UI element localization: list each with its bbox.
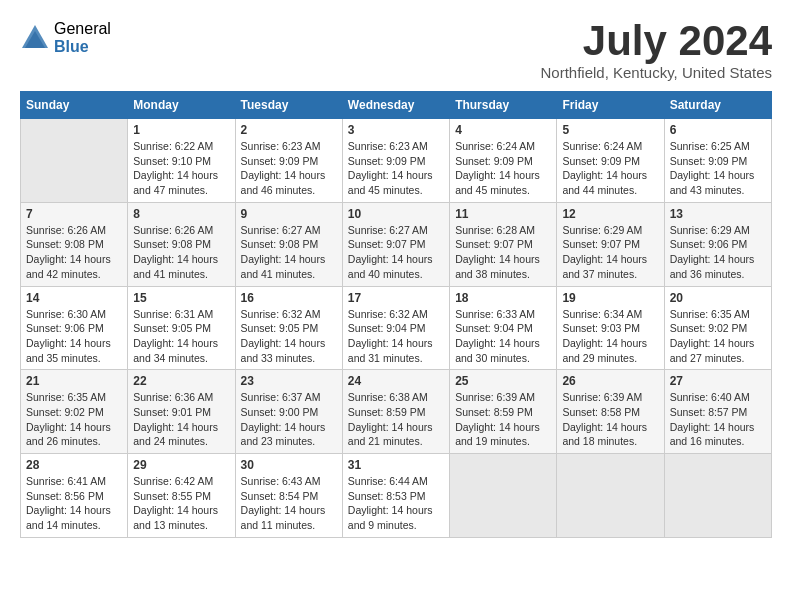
day-number: 15 <box>133 291 229 305</box>
calendar-week-5: 28Sunrise: 6:41 AM Sunset: 8:56 PM Dayli… <box>21 454 772 538</box>
calendar-cell: 29Sunrise: 6:42 AM Sunset: 8:55 PM Dayli… <box>128 454 235 538</box>
calendar-cell: 2Sunrise: 6:23 AM Sunset: 9:09 PM Daylig… <box>235 119 342 203</box>
logo-general: General <box>54 20 111 38</box>
day-number: 25 <box>455 374 551 388</box>
header-day-friday: Friday <box>557 92 664 119</box>
calendar-cell: 18Sunrise: 6:33 AM Sunset: 9:04 PM Dayli… <box>450 286 557 370</box>
day-info: Sunrise: 6:24 AM Sunset: 9:09 PM Dayligh… <box>562 139 658 198</box>
day-number: 24 <box>348 374 444 388</box>
calendar-cell: 24Sunrise: 6:38 AM Sunset: 8:59 PM Dayli… <box>342 370 449 454</box>
day-number: 3 <box>348 123 444 137</box>
header-day-wednesday: Wednesday <box>342 92 449 119</box>
day-number: 29 <box>133 458 229 472</box>
day-number: 30 <box>241 458 337 472</box>
calendar-body: 1Sunrise: 6:22 AM Sunset: 9:10 PM Daylig… <box>21 119 772 538</box>
day-info: Sunrise: 6:28 AM Sunset: 9:07 PM Dayligh… <box>455 223 551 282</box>
calendar-cell <box>557 454 664 538</box>
day-number: 14 <box>26 291 122 305</box>
day-number: 16 <box>241 291 337 305</box>
day-info: Sunrise: 6:24 AM Sunset: 9:09 PM Dayligh… <box>455 139 551 198</box>
day-number: 1 <box>133 123 229 137</box>
calendar-cell: 21Sunrise: 6:35 AM Sunset: 9:02 PM Dayli… <box>21 370 128 454</box>
calendar-week-1: 1Sunrise: 6:22 AM Sunset: 9:10 PM Daylig… <box>21 119 772 203</box>
day-info: Sunrise: 6:40 AM Sunset: 8:57 PM Dayligh… <box>670 390 766 449</box>
day-number: 12 <box>562 207 658 221</box>
day-info: Sunrise: 6:27 AM Sunset: 9:07 PM Dayligh… <box>348 223 444 282</box>
calendar-cell: 11Sunrise: 6:28 AM Sunset: 9:07 PM Dayli… <box>450 202 557 286</box>
calendar-cell: 28Sunrise: 6:41 AM Sunset: 8:56 PM Dayli… <box>21 454 128 538</box>
header-row: SundayMondayTuesdayWednesdayThursdayFrid… <box>21 92 772 119</box>
day-number: 20 <box>670 291 766 305</box>
day-info: Sunrise: 6:23 AM Sunset: 9:09 PM Dayligh… <box>241 139 337 198</box>
calendar-cell: 31Sunrise: 6:44 AM Sunset: 8:53 PM Dayli… <box>342 454 449 538</box>
calendar-cell: 12Sunrise: 6:29 AM Sunset: 9:07 PM Dayli… <box>557 202 664 286</box>
day-info: Sunrise: 6:39 AM Sunset: 8:58 PM Dayligh… <box>562 390 658 449</box>
day-info: Sunrise: 6:31 AM Sunset: 9:05 PM Dayligh… <box>133 307 229 366</box>
day-info: Sunrise: 6:26 AM Sunset: 9:08 PM Dayligh… <box>133 223 229 282</box>
day-info: Sunrise: 6:32 AM Sunset: 9:04 PM Dayligh… <box>348 307 444 366</box>
header-day-monday: Monday <box>128 92 235 119</box>
day-info: Sunrise: 6:39 AM Sunset: 8:59 PM Dayligh… <box>455 390 551 449</box>
day-number: 23 <box>241 374 337 388</box>
day-info: Sunrise: 6:29 AM Sunset: 9:06 PM Dayligh… <box>670 223 766 282</box>
day-info: Sunrise: 6:33 AM Sunset: 9:04 PM Dayligh… <box>455 307 551 366</box>
calendar-cell: 4Sunrise: 6:24 AM Sunset: 9:09 PM Daylig… <box>450 119 557 203</box>
day-number: 17 <box>348 291 444 305</box>
day-info: Sunrise: 6:30 AM Sunset: 9:06 PM Dayligh… <box>26 307 122 366</box>
calendar-cell: 8Sunrise: 6:26 AM Sunset: 9:08 PM Daylig… <box>128 202 235 286</box>
day-number: 18 <box>455 291 551 305</box>
day-number: 31 <box>348 458 444 472</box>
logo-blue: Blue <box>54 38 111 56</box>
day-number: 22 <box>133 374 229 388</box>
calendar-cell: 15Sunrise: 6:31 AM Sunset: 9:05 PM Dayli… <box>128 286 235 370</box>
day-info: Sunrise: 6:44 AM Sunset: 8:53 PM Dayligh… <box>348 474 444 533</box>
day-info: Sunrise: 6:41 AM Sunset: 8:56 PM Dayligh… <box>26 474 122 533</box>
day-info: Sunrise: 6:22 AM Sunset: 9:10 PM Dayligh… <box>133 139 229 198</box>
title-block: July 2024 Northfield, Kentucky, United S… <box>540 20 772 81</box>
calendar-week-4: 21Sunrise: 6:35 AM Sunset: 9:02 PM Dayli… <box>21 370 772 454</box>
day-number: 4 <box>455 123 551 137</box>
day-number: 28 <box>26 458 122 472</box>
calendar-cell: 13Sunrise: 6:29 AM Sunset: 9:06 PM Dayli… <box>664 202 771 286</box>
calendar-week-2: 7Sunrise: 6:26 AM Sunset: 9:08 PM Daylig… <box>21 202 772 286</box>
logo: General Blue <box>20 20 111 55</box>
day-info: Sunrise: 6:36 AM Sunset: 9:01 PM Dayligh… <box>133 390 229 449</box>
day-number: 27 <box>670 374 766 388</box>
page-header: General Blue July 2024 Northfield, Kentu… <box>20 20 772 81</box>
day-info: Sunrise: 6:26 AM Sunset: 9:08 PM Dayligh… <box>26 223 122 282</box>
header-day-tuesday: Tuesday <box>235 92 342 119</box>
day-info: Sunrise: 6:32 AM Sunset: 9:05 PM Dayligh… <box>241 307 337 366</box>
day-number: 26 <box>562 374 658 388</box>
calendar-cell: 27Sunrise: 6:40 AM Sunset: 8:57 PM Dayli… <box>664 370 771 454</box>
calendar-cell: 30Sunrise: 6:43 AM Sunset: 8:54 PM Dayli… <box>235 454 342 538</box>
calendar-cell: 1Sunrise: 6:22 AM Sunset: 9:10 PM Daylig… <box>128 119 235 203</box>
day-number: 19 <box>562 291 658 305</box>
calendar-cell: 19Sunrise: 6:34 AM Sunset: 9:03 PM Dayli… <box>557 286 664 370</box>
day-number: 6 <box>670 123 766 137</box>
calendar-week-3: 14Sunrise: 6:30 AM Sunset: 9:06 PM Dayli… <box>21 286 772 370</box>
calendar-cell: 23Sunrise: 6:37 AM Sunset: 9:00 PM Dayli… <box>235 370 342 454</box>
day-number: 21 <box>26 374 122 388</box>
calendar-cell: 9Sunrise: 6:27 AM Sunset: 9:08 PM Daylig… <box>235 202 342 286</box>
calendar-cell: 20Sunrise: 6:35 AM Sunset: 9:02 PM Dayli… <box>664 286 771 370</box>
day-info: Sunrise: 6:29 AM Sunset: 9:07 PM Dayligh… <box>562 223 658 282</box>
calendar-table: SundayMondayTuesdayWednesdayThursdayFrid… <box>20 91 772 538</box>
calendar-cell: 14Sunrise: 6:30 AM Sunset: 9:06 PM Dayli… <box>21 286 128 370</box>
calendar-cell <box>21 119 128 203</box>
calendar-cell <box>450 454 557 538</box>
day-number: 13 <box>670 207 766 221</box>
day-info: Sunrise: 6:38 AM Sunset: 8:59 PM Dayligh… <box>348 390 444 449</box>
calendar-cell: 25Sunrise: 6:39 AM Sunset: 8:59 PM Dayli… <box>450 370 557 454</box>
day-number: 10 <box>348 207 444 221</box>
day-info: Sunrise: 6:42 AM Sunset: 8:55 PM Dayligh… <box>133 474 229 533</box>
calendar-cell: 17Sunrise: 6:32 AM Sunset: 9:04 PM Dayli… <box>342 286 449 370</box>
location-subtitle: Northfield, Kentucky, United States <box>540 64 772 81</box>
day-info: Sunrise: 6:25 AM Sunset: 9:09 PM Dayligh… <box>670 139 766 198</box>
calendar-cell: 6Sunrise: 6:25 AM Sunset: 9:09 PM Daylig… <box>664 119 771 203</box>
header-day-sunday: Sunday <box>21 92 128 119</box>
calendar-cell: 26Sunrise: 6:39 AM Sunset: 8:58 PM Dayli… <box>557 370 664 454</box>
day-number: 9 <box>241 207 337 221</box>
logo-icon <box>20 23 50 53</box>
day-number: 2 <box>241 123 337 137</box>
page-title: July 2024 <box>540 20 772 62</box>
